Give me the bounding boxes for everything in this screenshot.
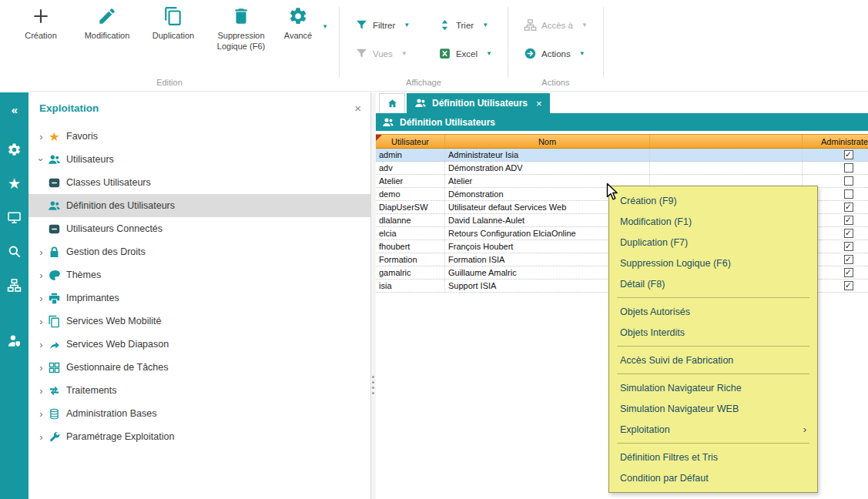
menu-item-objets-interdits[interactable]: Objets Interdits: [609, 322, 817, 343]
sidebar-item-services-web-mobilite[interactable]: › Services Web Mobilité: [28, 310, 370, 333]
dropdown-caret-icon[interactable]: ▼: [482, 22, 488, 28]
admin-checkbox[interactable]: [844, 163, 853, 172]
vues-button[interactable]: Vues ▼: [355, 47, 438, 60]
actions-button[interactable]: Actions ▼: [524, 47, 588, 60]
admin-checkbox[interactable]: [844, 176, 853, 186]
menu-item-detail[interactable]: Détail (F8): [609, 273, 817, 294]
expand-chevron-icon[interactable]: ›: [35, 246, 48, 258]
cell-utilisateur: gamalric: [376, 266, 445, 279]
close-icon[interactable]: ×: [536, 98, 542, 109]
menu-item-acces-suivi-de-fabrication[interactable]: Accès Suivi de Fabrication: [609, 350, 817, 370]
column-header-blank[interactable]: [650, 135, 803, 148]
admin-checkbox[interactable]: [844, 281, 853, 290]
sidebar-item-gestionnaire-de-taches[interactable]: › Gestionnaire de Tâches: [28, 356, 370, 379]
column-header-administrateur[interactable]: Administrateur: [803, 135, 868, 148]
excel-icon: [438, 47, 451, 60]
menu-item-condition-par-defaut[interactable]: Condition par Défaut: [609, 467, 817, 488]
excel-button[interactable]: Excel ▼: [438, 47, 492, 60]
user-shield-icon: [7, 333, 22, 348]
menu-item-definition-filtres-et-tris[interactable]: Définition Filtres et Tris: [609, 447, 817, 467]
cell-utilisateur: dlalanne: [376, 214, 445, 226]
expand-chevron-icon[interactable]: ›: [35, 131, 48, 142]
sidebar-item-parametrage-exploitation[interactable]: › Paramétrage Exploitation: [28, 425, 370, 448]
expand-chevron-icon[interactable]: ›: [35, 339, 48, 350]
ribbon-group-label: Edition: [0, 78, 339, 87]
activity-bar: « ★: [0, 92, 28, 499]
rail-item-hierarchy[interactable]: [0, 268, 28, 302]
tab-home[interactable]: [379, 93, 405, 113]
menu-item-objets-autorises[interactable]: Objets Autorisés: [609, 301, 817, 322]
sidebar-item-administration-bases[interactable]: › Administration Bases: [28, 402, 370, 425]
rail-item-settings[interactable]: [0, 132, 28, 166]
expand-chevron-icon[interactable]: ›: [35, 408, 48, 420]
menu-item-exploitation[interactable]: Exploitation ›: [609, 419, 817, 440]
close-icon[interactable]: ×: [354, 102, 361, 115]
admin-checkbox[interactable]: [844, 255, 853, 264]
creation-button[interactable]: Création: [8, 6, 74, 42]
column-header-utilisateur[interactable]: Utilisateur: [376, 135, 445, 148]
sidebar-item-utilisateurs-connectes[interactable]: Utilisateurs Connectés: [28, 217, 370, 240]
filtrer-button[interactable]: Filtrer ▼: [355, 18, 438, 32]
menu-separator: [617, 346, 809, 347]
table-row[interactable]: adv Démonstration ADV: [376, 162, 868, 175]
rail-item-search[interactable]: [0, 234, 28, 268]
dropdown-caret-icon[interactable]: ▼: [404, 22, 410, 28]
admin-checkbox[interactable]: [844, 242, 853, 251]
menu-item-simulation-navigateur-riche[interactable]: Simulation Navigateur Riche: [609, 377, 817, 398]
nav-panel: Exploitation × › ★ Favoris › Utilisateur…: [28, 92, 371, 499]
admin-checkbox[interactable]: [844, 268, 853, 277]
modification-button[interactable]: Modification: [74, 6, 140, 42]
dropdown-caret-icon[interactable]: ▼: [579, 50, 585, 57]
admin-checkbox[interactable]: [844, 216, 853, 225]
menu-item-label: Simulation Navigateur WEB: [620, 404, 739, 414]
rail-item-favorites[interactable]: ★: [0, 166, 28, 200]
sidebar-item-themes[interactable]: › Thèmes: [28, 263, 370, 286]
admin-checkbox[interactable]: [844, 203, 853, 212]
trier-button[interactable]: Trier ▼: [438, 18, 492, 32]
column-header-nom[interactable]: Nom: [445, 135, 650, 148]
sidebar-item-traitements[interactable]: › Traitements: [28, 379, 370, 402]
menu-item-simulation-navigateur-web[interactable]: Simulation Navigateur WEB: [609, 398, 817, 419]
cell-utilisateur: isia: [376, 280, 445, 292]
admin-checkbox[interactable]: [844, 189, 853, 199]
menu-item-duplication[interactable]: Duplication (F7): [609, 232, 817, 253]
menu-item-suppression-logique[interactable]: Suppression Logique (F6): [609, 253, 817, 273]
expand-chevron-icon[interactable]: ›: [35, 293, 48, 304]
sidebar-item-imprimantes[interactable]: › Imprimantes: [28, 286, 370, 310]
expand-chevron-icon[interactable]: ›: [35, 385, 48, 397]
suppression-logique-button[interactable]: Suppression Logique (F6): [206, 6, 276, 52]
sidebar-item-services-web-diapason[interactable]: › Services Web Diapason: [28, 333, 370, 356]
admin-checkbox[interactable]: [844, 150, 853, 159]
sidebar-item-classes-utilisateurs[interactable]: Classes Utilisateurs: [28, 171, 370, 194]
sidebar-item-definition-des-utilisateurs[interactable]: Définition des Utilisateurs: [28, 194, 370, 217]
avance-button[interactable]: Avancé: [276, 6, 320, 42]
rail-item-users-admin[interactable]: [0, 323, 28, 357]
dropdown-caret-icon[interactable]: ▼: [322, 23, 328, 30]
admin-checkbox[interactable]: [844, 229, 853, 238]
dropdown-caret-icon[interactable]: ▼: [486, 50, 492, 57]
cell-utilisateur: elcia: [376, 227, 445, 239]
context-menu: Création (F9) Modification (F1) Duplicat…: [608, 186, 818, 493]
sort-icon: [438, 18, 451, 32]
button-label: Filtrer: [373, 21, 395, 30]
sidebar-item-gestion-des-droits[interactable]: › Gestion des Droits: [28, 240, 370, 263]
expand-chevron-icon[interactable]: ›: [35, 362, 48, 373]
duplication-button[interactable]: Duplication: [140, 6, 206, 42]
sidebar-item-favoris[interactable]: › ★ Favoris: [28, 125, 370, 148]
rail-item-workstation[interactable]: [0, 200, 28, 234]
menu-item-modification[interactable]: Modification (F1): [609, 211, 817, 232]
splitter-grip-icon: [372, 376, 374, 394]
table-row[interactable]: admin Administrateur Isia: [376, 149, 868, 162]
expand-chevron-icon[interactable]: ›: [35, 270, 48, 281]
collapse-panel-button[interactable]: «: [0, 97, 28, 122]
expand-chevron-icon[interactable]: ›: [35, 316, 48, 327]
menu-item-creation[interactable]: Création (F9): [609, 190, 817, 211]
acces-a-button[interactable]: Accès à ▼: [524, 18, 588, 32]
users-icon: [48, 199, 61, 213]
tab-definition-utilisateurs[interactable]: Définition Utilisateurs ×: [407, 93, 550, 113]
sidebar-item-utilisateurs[interactable]: › Utilisateurs: [28, 148, 370, 171]
collapse-chevron-icon[interactable]: ›: [35, 153, 47, 166]
button-label: Duplication: [152, 31, 194, 42]
panel-title: Définition Utilisateurs: [400, 117, 495, 128]
expand-chevron-icon[interactable]: ›: [35, 431, 48, 443]
